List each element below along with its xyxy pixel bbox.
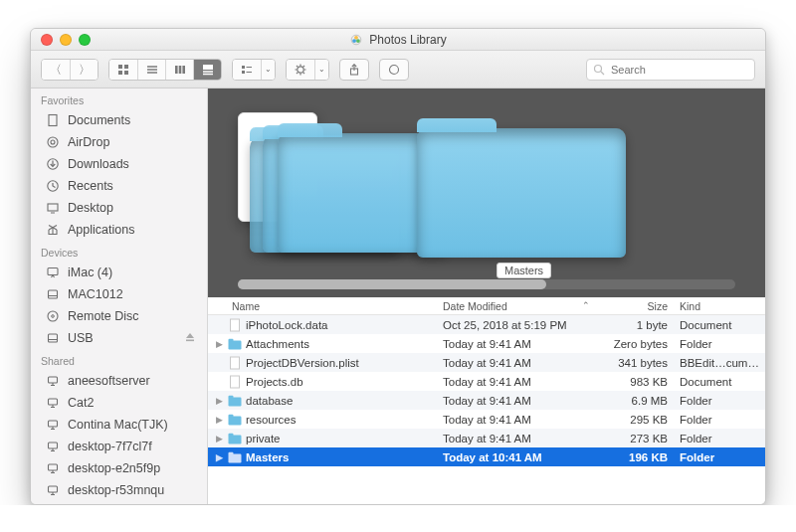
svg-rect-6 [118,71,122,75]
svg-rect-41 [48,204,58,211]
forward-button[interactable]: 〉 [70,60,98,80]
back-button[interactable]: 〈 [42,60,70,80]
sidebar-item[interactable]: Documents [31,109,207,131]
svg-rect-82 [229,435,242,443]
share-button[interactable] [339,59,369,81]
search-input[interactable] [611,64,748,76]
column-header-size[interactable]: Size [596,300,674,312]
action-dropdown-button[interactable]: ⌄ [314,60,328,80]
svg-rect-77 [231,376,240,388]
sidebar-item[interactable]: MAC1012 [31,283,207,305]
table-row[interactable]: ProjectDBVersion.plistToday at 9:41 AM34… [208,353,765,372]
coverflow-scrollbar-thumb[interactable] [238,279,546,289]
sidebar-item[interactable]: Remote Disc [31,305,207,327]
sidebar-item[interactable]: Contina Mac(TJK) [31,414,207,436]
svg-rect-64 [49,443,58,448]
svg-rect-14 [203,65,213,70]
file-kind: Folder [674,338,765,350]
sidebar-item-label: AirDrop [68,135,197,149]
column-headers: Name Date Modified⌃ Size Kind [208,297,765,315]
close-button[interactable] [41,34,53,46]
view-icons-button[interactable] [109,60,137,80]
svg-rect-76 [231,357,240,369]
coverflow-preview[interactable]: Masters [208,89,765,297]
view-coverflow-button[interactable] [193,60,221,80]
svg-rect-55 [49,377,58,383]
fullscreen-button[interactable] [79,34,91,46]
action-buttons: ⌄ [286,59,329,81]
file-name: Attachments [246,338,309,350]
view-list-button[interactable] [137,60,165,80]
sidebar-item-label: iMac (4) [68,266,197,279]
tag-icon [388,64,400,76]
sidebar-item[interactable]: Cat2 [31,392,207,414]
sidebar-item[interactable]: Recents [31,175,207,197]
folder-icon [228,413,242,427]
svg-point-33 [595,65,602,72]
disclosure-triangle-icon[interactable]: ▶ [214,415,224,425]
sidebar-item[interactable]: desktop-7f7cl7f [31,436,207,457]
sidebar-item-label: Recents [68,179,197,193]
file-name: resources [246,414,297,426]
table-row[interactable]: ▶databaseToday at 9:41 AM6.9 MBFolder [208,391,765,410]
disclosure-triangle-icon[interactable]: ▶ [214,339,224,349]
table-row[interactable]: ▶privateToday at 9:41 AM273 KBFolder [208,429,765,447]
disclosure-triangle-icon[interactable]: ▶ [214,452,224,462]
sidebar-item[interactable]: Desktop [31,197,207,219]
svg-rect-79 [229,395,234,398]
arrange-dropdown-button[interactable]: ⌄ [261,60,275,80]
coverflow-scrollbar[interactable] [238,279,735,289]
svg-point-37 [51,140,55,144]
sidebar-item-label: Desktop [68,201,197,215]
file-name: ProjectDBVersion.plist [246,357,359,369]
table-row[interactable]: ▶AttachmentsToday at 9:41 AMZero bytesFo… [208,334,765,353]
document-icon [228,375,242,389]
clock-icon [45,178,61,194]
file-list[interactable]: Name Date Modified⌃ Size Kind iPhotoLock… [208,297,765,504]
sidebar-item-label: desktop-r53mnqu [68,483,197,497]
file-date: Today at 9:41 AM [437,338,596,350]
view-mode-buttons [108,59,222,81]
sidebar-item[interactable]: Downloads [31,153,207,175]
column-header-name[interactable]: Name [208,300,437,312]
preview-folder-center[interactable] [417,128,626,258]
table-row[interactable]: Projects.dbToday at 9:41 AM983 KBDocumen… [208,372,765,391]
svg-rect-80 [229,416,242,425]
preview-center-label: Masters [497,263,551,278]
search-field[interactable] [586,59,755,81]
sidebar-item[interactable]: AirDrop [31,131,207,153]
svg-rect-35 [49,115,57,126]
minimize-button[interactable] [60,34,72,46]
sidebar-item[interactable]: aneesoftserver [31,370,207,392]
table-row[interactable]: ▶MastersToday at 10:41 AM196 KBFolder [208,447,765,466]
sidebar-item[interactable]: iMac (4) [31,262,207,283]
net-icon [45,395,61,411]
download-icon [45,156,61,172]
table-row[interactable]: ▶resourcesToday at 9:41 AM295 KBFolder [208,410,765,429]
imac-icon [45,265,61,280]
view-columns-button[interactable] [165,60,193,80]
sidebar-item[interactable]: desktop-e2n5f9p [31,457,207,479]
svg-line-28 [297,72,298,73]
sidebar[interactable]: FavoritesDocumentsAirDropDownloadsRecent… [31,89,208,504]
net-icon [45,460,61,476]
column-header-kind[interactable]: Kind [674,300,765,312]
sidebar-item[interactable]: Applications [31,219,207,241]
table-row[interactable]: iPhotoLock.dataOct 25, 2018 at 5:19 PM1 … [208,315,765,334]
disclosure-triangle-icon[interactable]: ▶ [214,396,224,406]
file-kind: Document [674,319,765,331]
sidebar-item[interactable]: desktop-r53mnqu [31,479,207,501]
file-name: Masters [246,451,289,463]
svg-rect-18 [242,71,245,74]
arrange-button[interactable] [233,60,261,80]
disk-icon [45,330,61,346]
tags-button[interactable] [379,59,409,81]
disclosure-triangle-icon[interactable]: ▶ [214,434,224,443]
eject-icon[interactable] [185,331,197,345]
sidebar-item[interactable]: USB [31,327,207,349]
file-size: 1 byte [596,319,674,331]
action-menu-button[interactable] [287,60,314,80]
folder-icon [228,394,242,408]
column-header-date[interactable]: Date Modified⌃ [437,300,596,312]
finder-window: Photos Library 〈 〉 ⌄ [30,28,766,505]
